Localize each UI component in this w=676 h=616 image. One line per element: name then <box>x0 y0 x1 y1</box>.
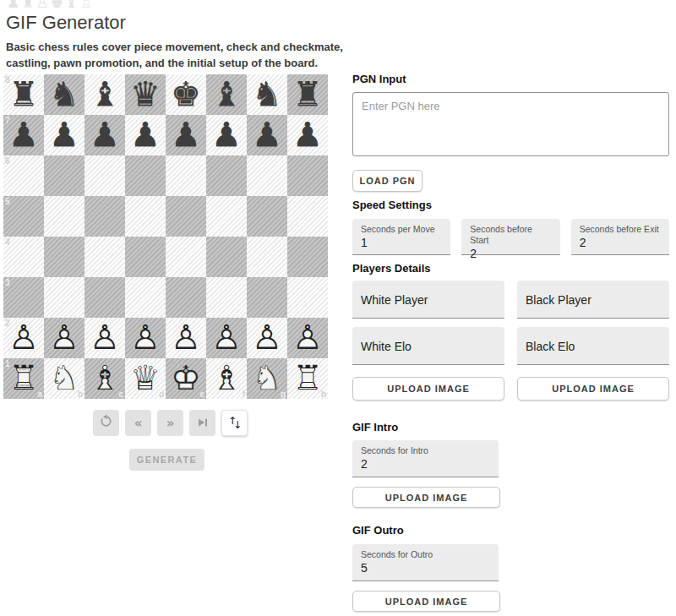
player-elo-row: White Elo Black Elo <box>352 327 669 365</box>
seconds-for-outro-field[interactable]: Seconds for Outro 5 <box>352 544 499 581</box>
seconds-before-start-field[interactable]: Seconds before Start 2 <box>461 219 559 255</box>
square-h7[interactable]: ♟ <box>287 115 328 155</box>
square-f1[interactable]: f♝♗ <box>206 358 247 399</box>
square-c6[interactable] <box>84 155 125 196</box>
square-h1[interactable]: h♜♖ <box>287 358 328 399</box>
square-d4[interactable] <box>125 237 166 277</box>
square-f3[interactable] <box>206 277 247 318</box>
black-upload-image-button[interactable]: UPLOAD IMAGE <box>517 377 669 401</box>
player-upload-row: UPLOAD IMAGE UPLOAD IMAGE <box>352 377 669 401</box>
next-move-button[interactable]: » <box>157 410 183 436</box>
square-h2[interactable]: ♟♙ <box>287 318 328 358</box>
square-d1[interactable]: d♛♕ <box>125 358 166 399</box>
square-c1[interactable]: c♝♗ <box>84 358 125 399</box>
square-e3[interactable] <box>166 277 206 318</box>
square-c7[interactable]: ♟ <box>84 115 125 155</box>
square-e2[interactable]: ♟♙ <box>166 318 206 358</box>
square-b4[interactable] <box>44 237 84 277</box>
square-a1[interactable]: 1a♜♖ <box>3 358 44 399</box>
square-g3[interactable] <box>247 277 287 318</box>
black-knight-icon: ♞ <box>44 74 84 115</box>
white-pawn-icon: ♟♙ <box>166 318 206 358</box>
square-c5[interactable] <box>84 196 125 237</box>
reset-button[interactable] <box>93 410 119 436</box>
square-f7[interactable]: ♟ <box>206 115 247 155</box>
square-h8[interactable]: ♜ <box>287 74 328 115</box>
square-d6[interactable] <box>125 155 166 196</box>
square-d5[interactable] <box>125 196 166 237</box>
rank-label: 3 <box>5 278 10 287</box>
square-b1[interactable]: b♞♘ <box>44 358 84 399</box>
seconds-per-move-field[interactable]: Seconds per Move 1 <box>352 219 450 255</box>
square-h3[interactable] <box>287 277 328 318</box>
square-a3[interactable]: 3 <box>3 277 44 318</box>
square-c4[interactable] <box>84 237 125 277</box>
load-pgn-button[interactable]: LOAD PGN <box>352 170 422 192</box>
previous-move-button[interactable]: « <box>125 410 151 436</box>
seconds-for-intro-field[interactable]: Seconds for Intro 2 <box>352 440 499 477</box>
square-e6[interactable] <box>166 155 206 196</box>
chevrons-left-icon: « <box>134 416 143 431</box>
square-a7[interactable]: 7♟ <box>3 115 44 155</box>
white-pawn-icon: ♟♙ <box>84 318 125 358</box>
outro-upload-image-button[interactable]: UPLOAD IMAGE <box>352 591 500 612</box>
square-e4[interactable] <box>166 237 206 277</box>
square-h6[interactable] <box>287 155 328 196</box>
generate-button[interactable]: GENERATE <box>129 449 204 471</box>
square-d7[interactable]: ♟ <box>125 115 166 155</box>
square-g1[interactable]: g♞♘ <box>247 358 287 399</box>
pgn-input-textarea[interactable] <box>352 92 669 156</box>
black-pawn-icon: ♟ <box>44 115 84 155</box>
flip-board-button[interactable]: ↑ ↓ <box>221 410 248 436</box>
square-d3[interactable] <box>125 277 166 318</box>
black-bishop-icon: ♝ <box>206 74 247 115</box>
square-a5[interactable]: 5 <box>3 196 44 237</box>
square-d2[interactable]: ♟♙ <box>125 318 166 358</box>
white-upload-image-button[interactable]: UPLOAD IMAGE <box>352 377 504 401</box>
square-f2[interactable]: ♟♙ <box>206 318 247 358</box>
square-f4[interactable] <box>206 237 247 277</box>
square-a6[interactable]: 6 <box>3 155 44 196</box>
square-h5[interactable] <box>287 196 328 237</box>
square-e5[interactable] <box>166 196 206 237</box>
chess-board[interactable]: 8♜♞♝♛♚♝♞♜7♟♟♟♟♟♟♟♟65432♟♙♟♙♟♙♟♙♟♙♟♙♟♙♟♙1… <box>3 74 328 399</box>
black-pawn-icon: ♟ <box>3 115 44 155</box>
square-g4[interactable] <box>247 237 287 277</box>
square-f6[interactable] <box>206 155 247 196</box>
square-c3[interactable] <box>84 277 125 318</box>
square-e7[interactable]: ♟ <box>166 115 206 155</box>
square-h4[interactable] <box>287 237 328 277</box>
intro-upload-image-button[interactable]: UPLOAD IMAGE <box>352 487 500 508</box>
black-king-icon: ♚ <box>166 74 206 115</box>
square-d8[interactable]: ♛ <box>125 74 166 115</box>
seconds-before-exit-field[interactable]: Seconds before Exit 2 <box>571 219 669 255</box>
white-king-icon: ♚♔ <box>166 358 206 399</box>
square-b5[interactable] <box>44 196 84 237</box>
square-f5[interactable] <box>206 196 247 237</box>
square-c2[interactable]: ♟♙ <box>84 318 125 358</box>
square-e1[interactable]: e♚♔ <box>166 358 206 399</box>
white-rook-icon: ♜♖ <box>3 358 44 399</box>
square-g2[interactable]: ♟♙ <box>247 318 287 358</box>
square-a4[interactable]: 4 <box>3 237 44 277</box>
square-f8[interactable]: ♝ <box>206 74 247 115</box>
square-g7[interactable]: ♟ <box>247 115 287 155</box>
square-b2[interactable]: ♟♙ <box>44 318 84 358</box>
square-g5[interactable] <box>247 196 287 237</box>
white-elo-field[interactable]: White Elo <box>352 327 504 365</box>
square-a8[interactable]: 8♜ <box>3 74 44 115</box>
square-e8[interactable]: ♚ <box>166 74 206 115</box>
black-player-field[interactable]: Black Player <box>517 281 669 319</box>
square-b3[interactable] <box>44 277 84 318</box>
white-player-field[interactable]: White Player <box>352 281 504 319</box>
square-b8[interactable]: ♞ <box>44 74 84 115</box>
square-g6[interactable] <box>247 155 287 196</box>
square-b6[interactable] <box>44 155 84 196</box>
black-rook-icon: ♜ <box>287 74 328 115</box>
skip-to-end-button[interactable] <box>189 410 215 436</box>
square-a2[interactable]: 2♟♙ <box>3 318 44 358</box>
black-elo-field[interactable]: Black Elo <box>517 327 669 365</box>
square-g8[interactable]: ♞ <box>247 74 287 115</box>
square-c8[interactable]: ♝ <box>84 74 125 115</box>
square-b7[interactable]: ♟ <box>44 115 84 155</box>
